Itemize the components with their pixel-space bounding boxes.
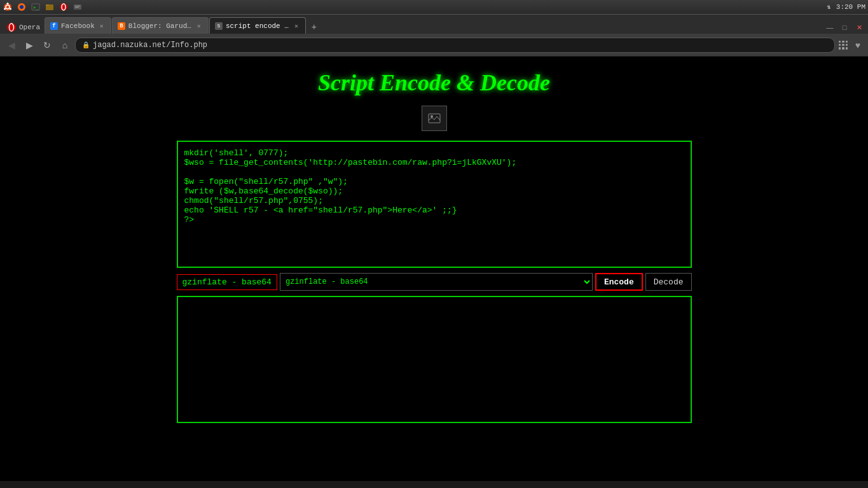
tab-facebook[interactable]: f Facebook ✕ bbox=[45, 17, 111, 34]
svg-point-11 bbox=[60, 3, 67, 11]
lock-icon: 🔒 bbox=[82, 41, 90, 49]
bookmark-button[interactable]: ♥ bbox=[851, 39, 864, 52]
ubuntu-icon[interactable] bbox=[3, 2, 13, 12]
tab-script[interactable]: s script encode & decode... ✕ bbox=[209, 17, 306, 34]
decode-button[interactable]: Decode bbox=[645, 273, 692, 291]
home-icon: ⌂ bbox=[62, 40, 67, 50]
script-favicon: s bbox=[215, 22, 223, 30]
time-display: 3:20 PM bbox=[836, 3, 865, 11]
grid-dot bbox=[839, 41, 841, 43]
svg-rect-14 bbox=[75, 6, 80, 6]
opera-label: Opera bbox=[19, 24, 40, 31]
grid-dot bbox=[846, 47, 848, 49]
opera-logo bbox=[6, 22, 17, 32]
svg-point-3 bbox=[10, 8, 11, 10]
grid-dot bbox=[846, 41, 848, 43]
minimize-button[interactable]: — bbox=[823, 21, 836, 34]
grid-dot bbox=[846, 44, 848, 46]
encode-type-label: gzinflate - base64 bbox=[177, 274, 277, 290]
controls-row: gzinflate - base64 gzinflate - base64 ba… bbox=[177, 273, 692, 291]
blogger-favicon: B bbox=[118, 22, 125, 30]
nav-bar: ◀ ▶ ↻ ⌂ 🔒 jagad.nazuka.net/Info.php ♥ bbox=[0, 34, 868, 57]
tab-blogger-label: Blogger: Garuda Cyber A... bbox=[128, 22, 192, 30]
page-image bbox=[422, 106, 447, 131]
taskbar: >_ ⇅ 3:20 PM bbox=[0, 0, 868, 14]
grid-dot bbox=[842, 47, 844, 49]
home-button[interactable]: ⌂ bbox=[57, 38, 72, 53]
encode-button[interactable]: Encode bbox=[595, 273, 643, 291]
forward-button[interactable]: ▶ bbox=[22, 38, 37, 53]
restore-button[interactable]: □ bbox=[838, 21, 851, 34]
taskbar-left: >_ bbox=[3, 2, 83, 12]
taskbar-right: ⇅ 3:20 PM bbox=[827, 3, 865, 11]
facebook-favicon: f bbox=[50, 22, 58, 30]
svg-point-2 bbox=[7, 3, 9, 4]
reload-icon: ↻ bbox=[43, 40, 51, 50]
tab-facebook-label: Facebook bbox=[61, 22, 95, 30]
grid-apps-button[interactable] bbox=[837, 39, 849, 51]
browser-controls: — □ ✕ bbox=[823, 21, 865, 34]
svg-point-6 bbox=[20, 5, 24, 9]
grid-dot bbox=[839, 47, 841, 49]
tab-facebook-close[interactable]: ✕ bbox=[98, 22, 106, 31]
reload-button[interactable]: ↻ bbox=[39, 38, 55, 53]
new-tab-button[interactable]: + bbox=[307, 20, 322, 34]
extras-icon[interactable] bbox=[72, 2, 83, 12]
url-text: jagad.nazuka.net/Info.php bbox=[93, 41, 207, 50]
firefox-icon[interactable] bbox=[17, 2, 27, 12]
opera-icon[interactable] bbox=[59, 2, 69, 12]
grid-dot bbox=[842, 44, 844, 46]
encode-type-select[interactable]: gzinflate - base64 base64 gzinflate str_… bbox=[280, 273, 593, 291]
output-area[interactable] bbox=[177, 296, 692, 423]
forward-icon: ▶ bbox=[26, 40, 33, 50]
tab-blogger-close[interactable]: ✕ bbox=[195, 22, 203, 31]
svg-rect-15 bbox=[75, 7, 79, 8]
tab-bar: Opera f Facebook ✕ B Blogger: Garuda Cyb… bbox=[0, 15, 868, 34]
close-button[interactable]: ✕ bbox=[853, 21, 865, 34]
code-input[interactable]: mkdir('shell', 0777); $wso = file_get_co… bbox=[177, 141, 692, 268]
page-content: Script Encode & Decode mkdir('shell', 07… bbox=[0, 57, 868, 481]
placeholder-icon bbox=[428, 112, 441, 125]
svg-rect-10 bbox=[46, 4, 49, 6]
terminal-icon[interactable]: >_ bbox=[31, 2, 41, 12]
grid-dot bbox=[839, 44, 841, 46]
network-icon: ⇅ bbox=[827, 3, 831, 11]
page-title: Script Encode & Decode bbox=[318, 69, 550, 96]
back-icon: ◀ bbox=[8, 40, 15, 50]
svg-point-4 bbox=[4, 8, 6, 10]
tab-script-label: script encode & decode... bbox=[226, 22, 289, 30]
back-button[interactable]: ◀ bbox=[4, 38, 19, 53]
files-icon[interactable] bbox=[45, 2, 55, 12]
browser-chrome: Opera f Facebook ✕ B Blogger: Garuda Cyb… bbox=[0, 14, 868, 57]
tab-blogger[interactable]: B Blogger: Garuda Cyber A... ✕ bbox=[112, 17, 209, 34]
svg-text:>_: >_ bbox=[33, 5, 39, 10]
grid-dot bbox=[842, 41, 844, 43]
tab-script-close[interactable]: ✕ bbox=[293, 22, 300, 31]
svg-point-19 bbox=[431, 115, 433, 118]
svg-point-16 bbox=[7, 23, 16, 32]
address-bar[interactable]: 🔒 jagad.nazuka.net/Info.php bbox=[75, 38, 835, 53]
